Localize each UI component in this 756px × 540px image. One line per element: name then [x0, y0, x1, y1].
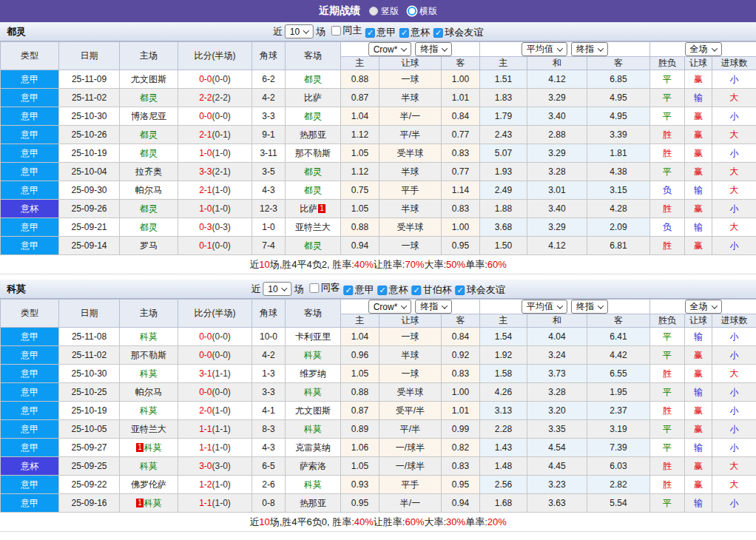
score-cell: 1-1(1-1): [178, 420, 252, 439]
halftime-score: (0-0): [212, 240, 231, 251]
corner-cell: 3-11: [252, 144, 286, 163]
match-date-cell: 25-10-19: [59, 144, 120, 163]
checkbox-icon[interactable]: ✓: [344, 286, 354, 295]
score-cell: 1-1(1-0): [178, 439, 252, 457]
league-type-cell: 意杯: [1, 200, 59, 218]
col-result: 胜负: [650, 57, 685, 70]
odds-time-select[interactable]: 终指: [415, 42, 452, 56]
avg-time-select[interactable]: 终指: [571, 300, 608, 314]
home-team-cell: 1科莫: [120, 439, 178, 457]
layout-radio-vertical[interactable]: 竖版: [369, 5, 399, 18]
recent-count-select[interactable]: 10: [263, 282, 291, 296]
checkbox-icon[interactable]: ✓: [365, 28, 375, 38]
recent-count-select[interactable]: 10: [285, 24, 314, 38]
home-team-cell: 那不勒斯: [120, 346, 178, 365]
handicap-line-cell: 平/半: [379, 420, 442, 439]
score-cell: 2-2(2-2): [178, 89, 252, 107]
near-label: 近: [273, 25, 283, 38]
handicap-result-cell: 输: [685, 494, 712, 513]
result-cell: 平: [650, 494, 685, 513]
team-label: 科莫: [304, 387, 322, 397]
home-team-cell: 尤文图斯: [120, 70, 178, 89]
handicap-result-cell: 输: [685, 89, 712, 107]
radio-icon[interactable]: [408, 7, 416, 16]
match-row: 意甲25-09-22佛罗伦萨1-2(1-0)2-6科莫0.93平手0.952.5…: [1, 476, 756, 494]
goals-result-cell: 大: [712, 163, 756, 181]
avg-time-select[interactable]: 终指: [571, 42, 608, 56]
filter-checkbox-甘伯杯[interactable]: ✓甘伯杯: [412, 283, 452, 297]
league-type-cell: 意甲: [1, 346, 59, 365]
scope-header: 全场: [650, 42, 756, 57]
team-label: 尤文图斯: [295, 405, 331, 416]
checkbox-icon[interactable]: [331, 26, 341, 36]
home-team-cell: 科莫: [120, 365, 178, 383]
scope-header: 全场: [650, 300, 756, 314]
league-type-cell: 意甲: [1, 218, 59, 237]
checkbox-icon[interactable]: ✓: [399, 28, 409, 38]
avg-away-odds-cell: 4.28: [587, 200, 650, 218]
avg-home-odds-cell: 4.26: [480, 383, 527, 402]
match-date-cell: 25-10-05: [59, 420, 120, 439]
filter-checkbox-球会友谊[interactable]: ✓球会友谊: [456, 283, 505, 297]
score-cell: 0-0(0-0): [178, 70, 252, 89]
handicap-line-cell: 半球: [379, 200, 442, 218]
avg-away-odds-cell: 1.95: [587, 383, 650, 402]
filter-checkbox-意甲[interactable]: ✓意甲: [365, 26, 396, 39]
avg-odds-header: 平均值 终指: [480, 42, 650, 57]
red-card-badge: 1: [136, 499, 144, 507]
score-cell: 0-3(0-3): [178, 218, 252, 237]
layout-radio-horizontal[interactable]: 横版: [408, 5, 437, 18]
result-cell: 负: [650, 181, 685, 200]
scope-select[interactable]: 全场: [685, 42, 722, 56]
halftime-score: (0-1): [212, 129, 231, 140]
checkbox-icon[interactable]: ✓: [433, 28, 443, 38]
summary-segment: 场,胜4平6负0, 胜率:: [270, 516, 354, 529]
result-cell: 胜: [650, 126, 685, 144]
odds-company-select[interactable]: Crow*: [368, 300, 412, 314]
avg-select[interactable]: 平均值: [522, 42, 567, 56]
match-date-cell: 25-09-22: [59, 476, 120, 494]
filter-checkbox-意杯[interactable]: ✓意杯: [378, 283, 408, 297]
odds-company-select[interactable]: Crow*: [368, 42, 412, 56]
handicap-away-odds-cell: 0.94: [442, 494, 480, 513]
result-cell: 胜: [650, 237, 685, 255]
corner-cell: 6-2: [252, 70, 286, 89]
filter-checkbox-意甲[interactable]: ✓意甲: [344, 283, 374, 297]
away-team-cell: 比萨: [286, 89, 341, 107]
handicap-line-cell: 平手: [379, 476, 442, 494]
handicap-away-odds-cell: 0.95: [442, 476, 480, 494]
filter-checkbox-label: 球会友谊: [467, 283, 505, 297]
halftime-score: (3-0): [212, 461, 231, 471]
avg-select[interactable]: 平均值: [522, 300, 567, 314]
halftime-score: (1-0): [212, 442, 231, 453]
checkbox-icon[interactable]: ✓: [412, 286, 422, 295]
fulltime-score: 2-1: [199, 129, 212, 140]
corner-cell: 4-1: [252, 402, 286, 420]
fulltime-score: 1-2: [199, 479, 212, 490]
scope-select[interactable]: 全场: [685, 300, 722, 314]
odds-time-select[interactable]: 终指: [415, 300, 452, 314]
league-type-cell: 意甲: [1, 420, 59, 439]
handicap-line-cell: 受半球: [379, 144, 442, 163]
filter-checkbox-球会友谊[interactable]: ✓球会友谊: [433, 26, 483, 39]
filter-checkbox-意杯[interactable]: ✓意杯: [399, 26, 430, 39]
filter-checkbox-同客[interactable]: 同客: [310, 281, 340, 294]
filter-checkbox-label: 同客: [321, 281, 340, 294]
odds-company-header: Crow* 终指: [341, 300, 480, 314]
col-goals: 进球数: [712, 57, 756, 70]
handicap-home-odds-cell: 0.94: [341, 237, 379, 255]
avg-home-odds-cell: 1.88: [480, 200, 527, 218]
score-cell: 1-0(1-0): [178, 144, 252, 163]
summary-segment: 60%: [487, 259, 507, 270]
fulltime-score: 1-1: [199, 424, 212, 434]
fulltime-score: 0-0: [199, 74, 212, 84]
checkbox-icon[interactable]: ✓: [456, 286, 465, 295]
handicap-away-odds-cell: 1.01: [442, 402, 480, 420]
result-cell: 胜: [650, 200, 685, 218]
fulltime-score: 0-0: [199, 331, 212, 342]
radio-icon[interactable]: [369, 7, 378, 16]
filter-checkbox-同主[interactable]: 同主: [331, 24, 362, 37]
filter-bar: 近 10 场 同客✓意甲✓意杯✓甘伯杯✓球会友谊: [251, 281, 504, 297]
checkbox-icon[interactable]: [310, 283, 320, 293]
checkbox-icon[interactable]: ✓: [378, 286, 388, 295]
